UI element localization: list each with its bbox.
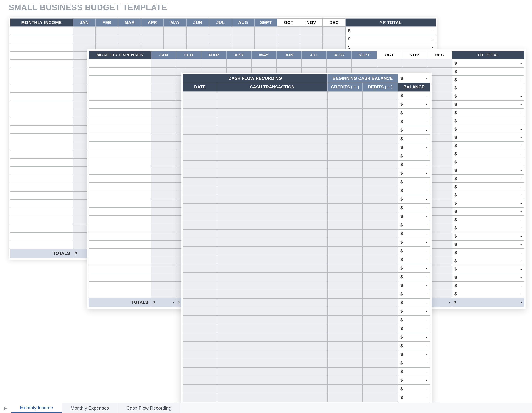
cashflow-credits-cell[interactable] bbox=[327, 91, 363, 100]
cashflow-date-cell[interactable] bbox=[183, 393, 217, 402]
expenses-label-cell[interactable] bbox=[88, 117, 151, 125]
cashflow-debits-cell[interactable] bbox=[363, 221, 398, 229]
cashflow-date-cell[interactable] bbox=[183, 143, 217, 152]
cashflow-debits-cell[interactable] bbox=[363, 117, 398, 126]
income-label-cell[interactable] bbox=[10, 43, 73, 51]
income-cell[interactable] bbox=[95, 35, 118, 43]
income-cell[interactable] bbox=[186, 35, 209, 43]
expenses-cell[interactable] bbox=[151, 92, 176, 100]
income-cell[interactable] bbox=[164, 35, 186, 43]
cashflow-credits-cell[interactable] bbox=[327, 152, 363, 160]
income-cell[interactable] bbox=[277, 27, 300, 35]
cashflow-date-cell[interactable] bbox=[183, 186, 217, 195]
cashflow-transaction-cell[interactable] bbox=[217, 315, 327, 324]
expenses-cell[interactable] bbox=[151, 240, 176, 248]
expenses-cell[interactable] bbox=[151, 248, 176, 257]
expenses-label-cell[interactable] bbox=[88, 125, 151, 133]
expenses-label-cell[interactable] bbox=[88, 108, 151, 117]
cashflow-transaction-cell[interactable] bbox=[217, 100, 327, 108]
income-cell[interactable] bbox=[141, 27, 164, 35]
cashflow-transaction-cell[interactable] bbox=[217, 350, 327, 359]
income-label-cell[interactable] bbox=[10, 175, 73, 183]
expenses-cell[interactable] bbox=[427, 59, 452, 68]
expenses-cell[interactable] bbox=[151, 158, 176, 166]
cashflow-debits-cell[interactable] bbox=[363, 350, 398, 359]
cashflow-transaction-cell[interactable] bbox=[217, 212, 327, 221]
expenses-cell[interactable] bbox=[151, 141, 176, 150]
expenses-cell[interactable] bbox=[377, 59, 402, 68]
cashflow-debits-cell[interactable] bbox=[363, 91, 398, 100]
cashflow-date-cell[interactable] bbox=[183, 169, 217, 177]
expenses-cell[interactable] bbox=[151, 265, 176, 273]
expenses-label-cell[interactable] bbox=[88, 150, 151, 158]
cashflow-date-cell[interactable] bbox=[183, 367, 217, 376]
cashflow-debits-cell[interactable] bbox=[363, 264, 398, 273]
cashflow-credits-cell[interactable] bbox=[327, 186, 363, 195]
cashflow-credits-cell[interactable] bbox=[327, 135, 363, 143]
cashflow-credits-cell[interactable] bbox=[327, 298, 363, 307]
expenses-cell[interactable] bbox=[276, 59, 302, 68]
cashflow-transaction-cell[interactable] bbox=[217, 273, 327, 281]
tab-cash-flow-recording[interactable]: Cash Flow Recording bbox=[118, 403, 180, 413]
income-label-cell[interactable] bbox=[10, 142, 73, 150]
income-label-cell[interactable] bbox=[10, 51, 73, 59]
cashflow-debits-cell[interactable] bbox=[363, 384, 398, 393]
expenses-cell[interactable] bbox=[151, 150, 176, 158]
cashflow-debits-cell[interactable] bbox=[363, 333, 398, 342]
cashflow-debits-cell[interactable] bbox=[363, 238, 398, 246]
cashflow-transaction-cell[interactable] bbox=[217, 108, 327, 117]
income-cell[interactable] bbox=[209, 27, 232, 35]
expenses-cell[interactable] bbox=[151, 125, 176, 133]
expenses-label-cell[interactable] bbox=[88, 191, 151, 199]
expenses-label-cell[interactable] bbox=[88, 59, 151, 68]
cashflow-date-cell[interactable] bbox=[183, 160, 217, 169]
income-label-cell[interactable] bbox=[10, 150, 73, 158]
cashflow-date-cell[interactable] bbox=[183, 264, 217, 273]
cashflow-credits-cell[interactable] bbox=[327, 126, 363, 135]
cashflow-debits-cell[interactable] bbox=[363, 307, 398, 315]
cashflow-debits-cell[interactable] bbox=[363, 169, 398, 177]
expenses-cell[interactable] bbox=[151, 273, 176, 282]
expenses-cell[interactable] bbox=[151, 117, 176, 125]
tab-monthly-income[interactable]: Monthly Income bbox=[11, 403, 62, 413]
cashflow-transaction-cell[interactable] bbox=[217, 152, 327, 160]
income-label-cell[interactable] bbox=[10, 101, 73, 109]
expenses-cell[interactable] bbox=[151, 199, 176, 207]
cashflow-date-cell[interactable] bbox=[183, 135, 217, 143]
cashflow-transaction-cell[interactable] bbox=[217, 324, 327, 333]
expenses-cell[interactable] bbox=[302, 59, 327, 68]
cashflow-credits-cell[interactable] bbox=[327, 290, 363, 298]
cashflow-transaction-cell[interactable] bbox=[217, 135, 327, 143]
cashflow-date-cell[interactable] bbox=[183, 342, 217, 350]
income-label-cell[interactable] bbox=[10, 191, 73, 199]
cashflow-credits-cell[interactable] bbox=[327, 246, 363, 255]
expenses-cell[interactable] bbox=[151, 232, 176, 240]
expenses-label-cell[interactable] bbox=[88, 133, 151, 141]
income-cell[interactable] bbox=[300, 27, 323, 35]
income-label-cell[interactable] bbox=[10, 35, 73, 43]
expenses-cell[interactable] bbox=[151, 183, 176, 191]
expenses-cell[interactable] bbox=[201, 59, 226, 68]
cashflow-debits-cell[interactable] bbox=[363, 246, 398, 255]
expenses-cell[interactable] bbox=[151, 207, 176, 216]
income-cell[interactable] bbox=[232, 35, 255, 43]
expenses-label-cell[interactable] bbox=[88, 265, 151, 273]
expenses-cell[interactable] bbox=[151, 282, 176, 290]
cashflow-debits-cell[interactable] bbox=[363, 298, 398, 307]
cashflow-date-cell[interactable] bbox=[183, 350, 217, 359]
cashflow-date-cell[interactable] bbox=[183, 273, 217, 281]
cashflow-debits-cell[interactable] bbox=[363, 135, 398, 143]
cashflow-credits-cell[interactable] bbox=[327, 350, 363, 359]
cashflow-debits-cell[interactable] bbox=[363, 212, 398, 221]
cashflow-transaction-cell[interactable] bbox=[217, 281, 327, 290]
cashflow-transaction-cell[interactable] bbox=[217, 126, 327, 135]
cashflow-credits-cell[interactable] bbox=[327, 100, 363, 108]
cashflow-debits-cell[interactable] bbox=[363, 376, 398, 384]
cashflow-debits-cell[interactable] bbox=[363, 204, 398, 212]
expenses-cell[interactable] bbox=[251, 59, 276, 68]
cashflow-debits-cell[interactable] bbox=[363, 229, 398, 238]
cashflow-transaction-cell[interactable] bbox=[217, 221, 327, 229]
expenses-cell[interactable] bbox=[352, 59, 377, 68]
cashflow-transaction-cell[interactable] bbox=[217, 290, 327, 298]
expenses-label-cell[interactable] bbox=[88, 166, 151, 175]
